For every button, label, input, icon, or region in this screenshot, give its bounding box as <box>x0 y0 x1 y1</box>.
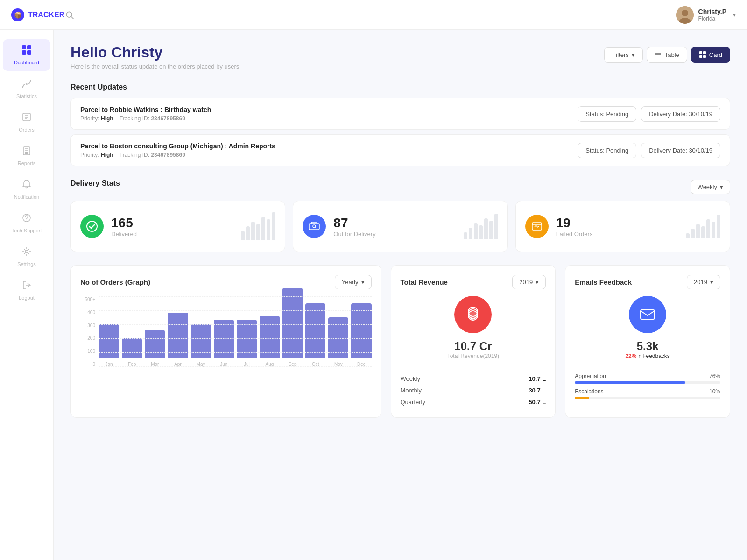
stat-bar <box>246 226 250 240</box>
sidebar-item-reports[interactable]: Reports <box>3 140 51 172</box>
view-controls: Filters ▾ Table <box>604 47 730 63</box>
topnav: 📦 TRACKER Christy.P Florida ▾ <box>0 0 747 30</box>
bar <box>168 313 188 358</box>
filters-chevron-icon: ▾ <box>632 51 635 58</box>
y-label: 100 <box>80 349 95 354</box>
revenue-filter-dropdown[interactable]: 2019 ▾ <box>512 275 546 289</box>
stat-bars <box>686 215 720 238</box>
sidebar-item-settings[interactable]: Settings <box>3 241 51 273</box>
bar-column: Sep <box>282 288 303 367</box>
bar-column: Jul <box>237 320 257 367</box>
notification-icon <box>21 179 32 192</box>
sidebar-item-tech-support[interactable]: Tech Support <box>3 207 51 239</box>
sidebar-label-notification: Notification <box>14 194 39 200</box>
feedback-icon <box>629 296 666 333</box>
user-area[interactable]: Christy.P Florida ▾ <box>676 6 736 24</box>
stat-bar <box>494 214 498 239</box>
feedback-filter-dropdown[interactable]: 2019 ▾ <box>687 275 720 289</box>
stat-icon-blue <box>303 215 326 238</box>
search-icon[interactable] <box>65 10 676 20</box>
stat-value: 19 <box>556 216 593 231</box>
stats-filter-dropdown[interactable]: Weekly ▾ <box>691 180 730 194</box>
sidebar: Dashboard Statistics Orders <box>0 30 54 560</box>
svg-point-0 <box>66 12 72 17</box>
delivery-stats-title: Delivery Stats <box>70 179 120 188</box>
revenue-row-label: Quarterly <box>401 399 425 406</box>
stat-bar <box>261 217 265 240</box>
card-icon <box>699 51 706 58</box>
fb-label: Escalations <box>575 388 603 395</box>
fb-label: Appreciation <box>575 373 606 379</box>
stat-card: 165 Delivered <box>70 201 285 252</box>
bar-column: Dec <box>351 303 371 367</box>
page-greeting: Hello Christy <box>70 44 239 61</box>
bar-column: Jan <box>99 324 119 367</box>
user-name: Christy.P <box>698 8 726 15</box>
dashboard-icon <box>21 45 32 57</box>
emails-feedback-card: Emails Feedback 2019 ▾ 5.3k 22% ↑ <box>565 265 730 418</box>
graph-header: No of Orders (Graph) Yearly ▾ <box>80 275 372 289</box>
update-title: Parcel to Boston consulting Group (Michi… <box>80 142 275 150</box>
card-label: Card <box>709 51 722 58</box>
total-revenue-card: Total Revenue 2019 ▾ 10.7 Cr Total Re <box>391 265 556 418</box>
svg-rect-27 <box>699 55 702 58</box>
stat-text: 19 Failed Orders <box>556 216 593 238</box>
svg-point-19 <box>26 220 27 221</box>
stat-bar <box>474 223 478 239</box>
stat-bars <box>241 212 275 240</box>
update-actions: Status: Pending Delivery Date: 30/10/19 <box>578 143 720 158</box>
card-view-button[interactable]: Card <box>691 47 730 63</box>
table-view-button[interactable]: Table <box>647 47 687 63</box>
recent-updates-section: Recent Updates Parcel to Robbie Watkins … <box>70 83 730 166</box>
logo-icon: 📦 <box>11 8 24 21</box>
stat-bar <box>256 224 260 240</box>
fb-pct: 10% <box>709 388 720 395</box>
sidebar-item-orders[interactable]: Orders <box>3 106 51 138</box>
revenue-icon <box>454 296 492 333</box>
user-info: Christy.P Florida <box>698 8 726 22</box>
y-label: 500+ <box>80 297 95 302</box>
y-label: 400 <box>80 310 95 315</box>
svg-point-3 <box>682 10 688 16</box>
avatar <box>676 6 694 24</box>
table-icon <box>655 51 662 58</box>
sidebar-item-statistics[interactable]: Statistics <box>3 73 51 105</box>
feedback-title: Emails Feedback <box>575 278 632 286</box>
stat-bar <box>696 224 700 238</box>
svg-rect-26 <box>703 51 706 54</box>
feedback-sub-text: ↑ <box>638 353 642 359</box>
chevron-down-icon: ▾ <box>733 12 736 18</box>
stats-header: Delivery Stats Weekly ▾ <box>70 179 730 194</box>
sidebar-label-statistics: Statistics <box>16 93 37 99</box>
graph-title: No of Orders (Graph) <box>80 278 150 286</box>
status-badge: Status: Pending <box>578 106 636 122</box>
graph-filter-dropdown[interactable]: Yearly ▾ <box>335 275 372 289</box>
update-actions: Status: Pending Delivery Date: 30/10/19 <box>578 106 720 122</box>
sidebar-item-dashboard[interactable]: Dashboard <box>3 39 51 71</box>
sidebar-item-logout[interactable]: Logout <box>3 274 51 306</box>
stat-bar <box>469 228 472 239</box>
app-logo: 📦 TRACKER <box>11 8 65 21</box>
sidebar-label-logout: Logout <box>19 295 35 301</box>
stat-value: 165 <box>111 216 137 231</box>
svg-point-20 <box>25 250 28 253</box>
bar <box>282 288 303 358</box>
y-label: 0 <box>80 362 95 367</box>
stat-bar <box>272 212 275 240</box>
fb-bar-fill <box>575 381 685 384</box>
sidebar-item-notification[interactable]: Notification <box>3 174 51 205</box>
stat-bar <box>241 231 245 240</box>
filters-button[interactable]: Filters ▾ <box>604 47 642 63</box>
bar-column: Apr <box>168 313 188 367</box>
stat-card-left: 87 Out for Delivery <box>303 215 375 238</box>
revenue-row-value: 50.7 L <box>529 399 546 406</box>
stat-card: 19 Failed Orders <box>515 201 730 252</box>
bar <box>260 316 280 358</box>
table-label: Table <box>665 51 679 58</box>
fb-pct: 76% <box>709 373 720 379</box>
tech-support-icon <box>21 213 32 225</box>
revenue-title: Total Revenue <box>401 278 448 286</box>
sidebar-label-tech-support: Tech Support <box>12 228 42 233</box>
y-label: 200 <box>80 336 95 341</box>
stat-icon-orange <box>525 215 549 238</box>
